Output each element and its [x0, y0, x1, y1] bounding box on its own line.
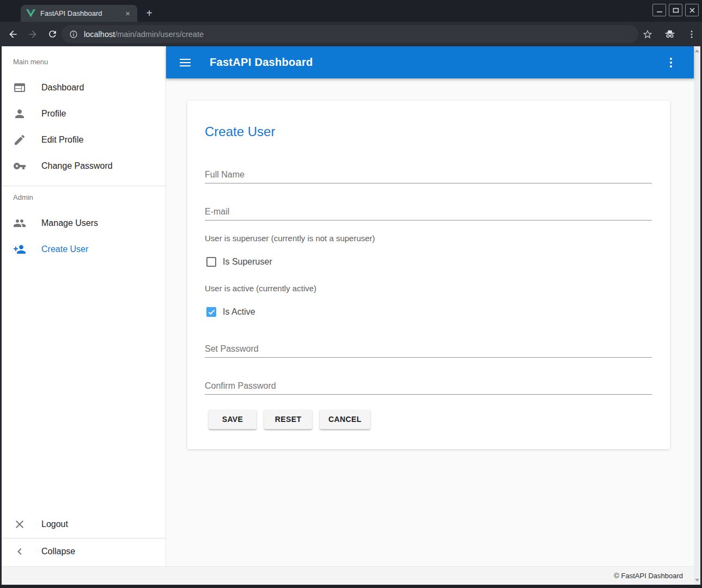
- tab-close-icon[interactable]: ×: [124, 9, 132, 17]
- browser-titlebar: FastAPI Dashboard × +: [0, 0, 702, 22]
- sidebar-item-dashboard[interactable]: Dashboard: [2, 75, 166, 101]
- page-scrollbar[interactable]: [694, 46, 700, 585]
- address-bar[interactable]: localhost/main/admin/users/create: [62, 25, 638, 43]
- full-name-input[interactable]: [205, 166, 652, 183]
- scrollbar-up-arrow-icon[interactable]: [695, 50, 699, 52]
- sidebar-section-admin: Admin: [13, 193, 33, 201]
- scrollbar-down-arrow-icon[interactable]: [695, 579, 699, 581]
- sidebar-item-label: Profile: [41, 109, 66, 119]
- checkbox-label: Is Superuser: [223, 257, 272, 267]
- bookmark-star-button[interactable]: [642, 29, 653, 40]
- back-button[interactable]: [7, 28, 20, 41]
- url-text[interactable]: localhost/main/admin/users/create: [84, 30, 204, 39]
- reload-icon: [47, 29, 58, 39]
- confirm-password-input[interactable]: [205, 377, 652, 395]
- sidebar-section-main-menu: Main menu: [13, 58, 48, 66]
- copyright-text: © FastAPI Dashboard: [614, 572, 683, 580]
- sidebar-item-label: Dashboard: [41, 83, 84, 93]
- is-active-checkbox[interactable]: Is Active: [206, 307, 255, 317]
- incognito-icon: [664, 28, 676, 40]
- active-note: User is active (currently active): [205, 284, 316, 293]
- key-icon: [13, 160, 26, 173]
- url-path: /main/admin/users/create: [115, 30, 204, 39]
- reload-button[interactable]: [46, 28, 59, 41]
- chevron-left-icon: [13, 545, 26, 558]
- maximize-icon: [673, 7, 679, 14]
- back-arrow-icon: [8, 29, 19, 40]
- sidebar-item-label: Collapse: [41, 547, 75, 556]
- minimize-icon: [656, 7, 663, 14]
- dashboard-icon: [13, 81, 26, 94]
- checkbox-unchecked-icon: [206, 257, 216, 267]
- close-window-button[interactable]: [685, 4, 699, 16]
- sidebar-item-logout[interactable]: Logout: [2, 511, 166, 537]
- set-password-input[interactable]: [205, 340, 652, 358]
- url-host: localhost: [84, 30, 115, 39]
- kebab-dots-icon: [670, 58, 672, 60]
- app-title: FastAPI Dashboard: [210, 56, 313, 69]
- sidebar-item-label: Edit Profile: [41, 135, 83, 145]
- sidebar-item-collapse[interactable]: Collapse: [2, 538, 166, 565]
- forward-arrow-icon: [27, 29, 38, 40]
- tab-title: FastAPI Dashboard: [40, 9, 124, 17]
- reset-button[interactable]: RESET: [264, 409, 312, 429]
- browser-toolbar: localhost/main/admin/users/create: [0, 22, 702, 46]
- sidebar-item-label: Create User: [41, 244, 88, 254]
- maximize-button[interactable]: [669, 4, 682, 16]
- page-title: Create User: [205, 124, 275, 139]
- sidebar-item-label: Change Password: [41, 161, 113, 171]
- incognito-indicator: [664, 28, 676, 40]
- cancel-button[interactable]: CANCEL: [320, 409, 370, 429]
- form-actions: SAVE RESET CANCEL: [209, 409, 370, 429]
- minimize-button[interactable]: [652, 4, 666, 16]
- person-add-icon: [13, 243, 26, 256]
- checkbox-checked-icon: [206, 307, 216, 317]
- browser-tab[interactable]: FastAPI Dashboard ×: [21, 5, 137, 22]
- close-x-icon: [13, 518, 26, 531]
- sidebar-item-profile[interactable]: Profile: [2, 101, 166, 127]
- pencil-icon: [13, 133, 26, 146]
- window-controls: [652, 4, 699, 16]
- navigation-drawer: Main menu Dashboard Profile Edit Profile…: [2, 46, 166, 566]
- superuser-note: User is superuser (currently is not a su…: [205, 234, 375, 243]
- sidebar-item-manage-users[interactable]: Manage Users: [2, 210, 166, 236]
- app-footer: © FastAPI Dashboard: [2, 566, 694, 585]
- hamburger-icon: [180, 59, 191, 60]
- kebab-menu-icon: [687, 29, 697, 39]
- hamburger-menu-button[interactable]: [179, 56, 192, 69]
- app-menu-button[interactable]: [664, 56, 677, 69]
- vue-logo-icon: [26, 9, 35, 17]
- browser-menu-button[interactable]: [687, 29, 697, 39]
- is-superuser-checkbox[interactable]: Is Superuser: [206, 257, 272, 267]
- sidebar-item-label: Manage Users: [41, 218, 98, 228]
- new-tab-button[interactable]: +: [143, 7, 156, 20]
- toolbar-right-icons: [642, 22, 697, 46]
- forward-button[interactable]: [26, 28, 39, 41]
- people-icon: [13, 217, 26, 230]
- person-icon: [13, 107, 26, 120]
- window-border-bottom: [0, 585, 702, 588]
- app-bar: FastAPI Dashboard: [166, 46, 694, 78]
- email-input[interactable]: [205, 203, 652, 220]
- close-icon: [689, 7, 695, 14]
- sidebar-divider: [2, 186, 166, 186]
- sidebar-item-label: Logout: [41, 519, 68, 529]
- save-button[interactable]: SAVE: [209, 409, 257, 429]
- page-info-icon[interactable]: [69, 30, 78, 39]
- star-icon: [642, 29, 653, 40]
- sidebar-item-create-user[interactable]: Create User: [2, 236, 166, 262]
- create-user-card: Create User User is superuser (currently…: [187, 101, 670, 449]
- sidebar-item-edit-profile[interactable]: Edit Profile: [2, 127, 166, 153]
- checkbox-label: Is Active: [223, 307, 255, 317]
- main-content: Create User User is superuser (currently…: [166, 78, 694, 566]
- sidebar-item-change-password[interactable]: Change Password: [2, 153, 166, 179]
